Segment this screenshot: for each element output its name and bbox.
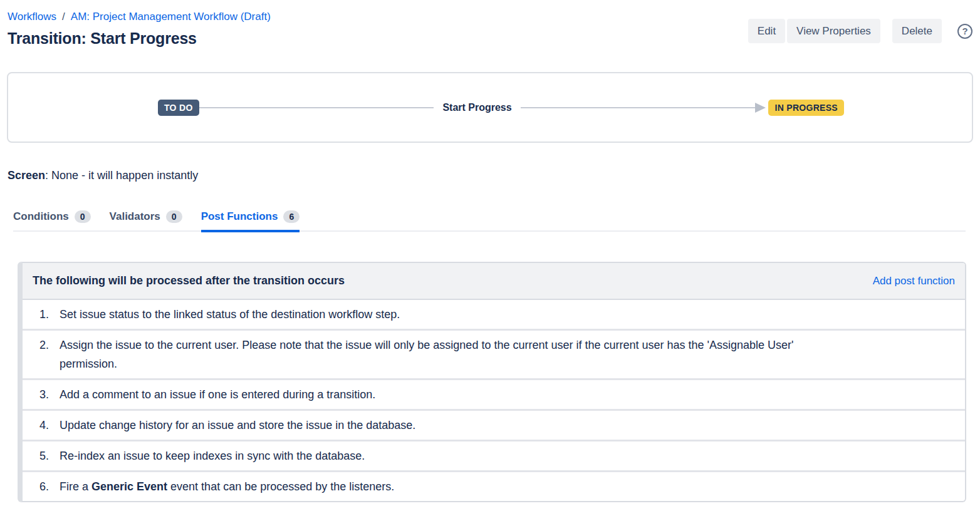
view-properties-button[interactable]: View Properties xyxy=(787,19,880,43)
tab-label: Post Functions xyxy=(201,210,278,223)
tab-bar: Conditions 0 Validators 0 Post Functions… xyxy=(13,210,966,232)
transition-diagram-panel: TO DO Start Progress IN PROGRESS xyxy=(7,72,973,143)
post-function-row-text: Re-index an issue to keep indexes in syn… xyxy=(49,441,375,470)
toolbar-button-group: Edit View Properties xyxy=(748,19,880,43)
post-function-row-text: Assign the issue to the current user. Pl… xyxy=(49,331,863,378)
help-icon[interactable]: ? xyxy=(957,24,972,39)
transition-flow: TO DO Start Progress IN PROGRESS xyxy=(158,100,844,116)
post-function-row-number: 5. xyxy=(23,441,49,470)
page-title: Transition: Start Progress xyxy=(8,29,271,48)
tab-validators[interactable]: Validators 0 xyxy=(110,210,182,232)
post-function-row-number: 1. xyxy=(23,300,49,329)
transition-name-label: Start Progress xyxy=(434,102,520,113)
post-function-row: 4.Update change history for an issue and… xyxy=(23,409,965,440)
breadcrumb-separator: / xyxy=(56,11,71,23)
arrow-right-icon xyxy=(755,103,766,113)
screen-label: Screen xyxy=(8,169,45,182)
post-function-list: 1.Set issue status to the linked status … xyxy=(23,300,965,501)
header-left: Workflows/AM: Project Management Workflo… xyxy=(8,10,271,48)
tab-label: Validators xyxy=(110,210,160,223)
post-functions-header: The following will be processed after th… xyxy=(23,263,965,300)
post-function-row: 5.Re-index an issue to keep indexes in s… xyxy=(23,440,965,470)
post-function-row: 6.Fire a Generic Event event that can be… xyxy=(23,470,965,501)
post-functions-table: The following will be processed after th… xyxy=(18,262,966,502)
post-function-row: 2.Assign the issue to the current user. … xyxy=(23,329,965,378)
toolbar: Edit View Properties Delete ? xyxy=(748,19,972,43)
flow-line-left xyxy=(199,107,434,108)
tab-post-functions[interactable]: Post Functions 6 xyxy=(201,210,300,232)
post-function-row-text: Update change history for an issue and s… xyxy=(49,411,425,440)
breadcrumb-link-workflow-name[interactable]: AM: Project Management Workflow (Draft) xyxy=(71,11,271,23)
add-post-function-link[interactable]: Add post function xyxy=(873,275,955,287)
post-function-row-number: 3. xyxy=(23,380,49,409)
tab-label: Conditions xyxy=(13,210,69,223)
breadcrumb: Workflows/AM: Project Management Workflo… xyxy=(8,10,271,24)
edit-button[interactable]: Edit xyxy=(748,19,785,43)
post-function-row: 3.Add a comment to an issue if one is en… xyxy=(23,378,965,409)
tab-count-badge: 6 xyxy=(283,210,300,223)
tab-count-badge: 0 xyxy=(166,210,182,223)
flow-line-right xyxy=(521,107,756,108)
post-function-row-text: Fire a Generic Event event that can be p… xyxy=(49,472,404,501)
delete-button[interactable]: Delete xyxy=(892,19,942,43)
post-function-row-text: Add a comment to an issue if one is ente… xyxy=(49,380,385,409)
screen-value: None - it will happen instantly xyxy=(51,169,198,182)
tab-conditions[interactable]: Conditions 0 xyxy=(13,210,91,232)
from-status-lozenge: TO DO xyxy=(158,100,199,116)
post-function-row: 1.Set issue status to the linked status … xyxy=(23,300,965,329)
post-function-row-number: 2. xyxy=(23,331,49,378)
page-header: Workflows/AM: Project Management Workflo… xyxy=(0,0,980,48)
screen-info: Screen: None - it will happen instantly xyxy=(8,169,972,182)
post-function-row-text: Set issue status to the linked status of… xyxy=(49,300,410,329)
breadcrumb-link-workflows[interactable]: Workflows xyxy=(8,11,56,23)
post-functions-header-title: The following will be processed after th… xyxy=(33,274,345,287)
post-function-row-number: 6. xyxy=(23,472,49,501)
post-function-row-number: 4. xyxy=(23,411,49,440)
screen-separator: : xyxy=(45,169,51,182)
tab-count-badge: 0 xyxy=(75,210,91,223)
to-status-lozenge: IN PROGRESS xyxy=(768,100,844,116)
